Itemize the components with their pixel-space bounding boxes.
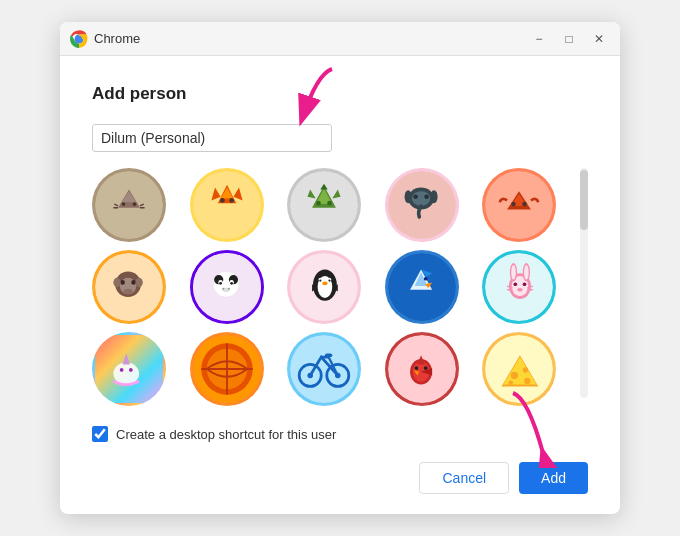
name-input-row xyxy=(92,124,588,152)
avatar-fox[interactable] xyxy=(190,168,264,242)
avatar-penguin[interactable] xyxy=(287,250,361,324)
svg-point-21 xyxy=(316,201,321,206)
svg-rect-102 xyxy=(325,353,332,357)
svg-point-31 xyxy=(404,190,411,203)
svg-point-117 xyxy=(524,378,530,384)
minimize-button[interactable]: − xyxy=(528,28,550,50)
svg-point-48 xyxy=(213,271,239,297)
svg-point-45 xyxy=(135,278,142,287)
svg-point-1 xyxy=(76,36,82,42)
cancel-button[interactable]: Cancel xyxy=(419,462,509,494)
svg-point-44 xyxy=(113,278,120,287)
svg-point-22 xyxy=(327,201,332,206)
scrollbar-thumb[interactable] xyxy=(580,170,588,230)
svg-point-91 xyxy=(129,368,133,372)
svg-point-65 xyxy=(322,281,328,285)
avatar-bird-blue[interactable] xyxy=(385,250,459,324)
svg-point-77 xyxy=(514,282,518,286)
avatar-cheese[interactable] xyxy=(482,332,556,406)
svg-point-81 xyxy=(512,265,517,280)
dialog-content: Add person xyxy=(60,56,620,514)
window-controls: − □ ✕ xyxy=(528,28,610,50)
svg-point-115 xyxy=(523,367,529,373)
avatar-basketball[interactable] xyxy=(190,332,264,406)
svg-point-56 xyxy=(222,288,224,290)
svg-point-30 xyxy=(424,194,429,199)
svg-point-36 xyxy=(512,202,517,207)
close-button[interactable]: ✕ xyxy=(588,28,610,50)
avatar-monkey[interactable] xyxy=(92,250,166,324)
svg-point-41 xyxy=(120,280,125,285)
svg-point-29 xyxy=(413,194,418,199)
svg-point-42 xyxy=(131,280,136,285)
avatar-panda[interactable] xyxy=(190,250,264,324)
avatar-dragon[interactable] xyxy=(287,168,361,242)
avatar-section xyxy=(92,168,588,406)
dialog-window: Chrome − □ ✕ Add person xyxy=(60,22,620,514)
checkbox-label[interactable]: Create a desktop shortcut for this user xyxy=(116,427,336,442)
avatar-unicorn[interactable] xyxy=(92,332,166,406)
desktop-shortcut-checkbox[interactable] xyxy=(92,426,108,442)
svg-point-57 xyxy=(227,288,229,290)
avatar-grid-wrapper xyxy=(92,168,576,406)
avatar-grid xyxy=(92,168,576,406)
svg-point-54 xyxy=(230,282,233,285)
section-heading: Add person xyxy=(92,84,588,104)
svg-marker-89 xyxy=(123,353,130,364)
avatar-rabbit[interactable] xyxy=(482,250,556,324)
svg-point-107 xyxy=(414,366,418,370)
svg-point-82 xyxy=(524,265,529,280)
svg-point-32 xyxy=(430,190,437,203)
avatar-elephant[interactable] xyxy=(385,168,459,242)
svg-point-83 xyxy=(518,288,524,292)
svg-point-6 xyxy=(133,202,137,206)
svg-point-15 xyxy=(229,198,234,203)
name-input[interactable] xyxy=(92,124,332,152)
avatar-bicycle[interactable] xyxy=(287,332,361,406)
svg-point-53 xyxy=(219,282,222,285)
avatar-cardinal[interactable] xyxy=(385,332,459,406)
svg-point-90 xyxy=(120,368,124,372)
button-area: Cancel Add xyxy=(92,458,588,494)
svg-point-37 xyxy=(523,202,528,207)
titlebar: Chrome − □ ✕ xyxy=(60,22,620,56)
chrome-logo-icon xyxy=(70,30,88,48)
button-row: Cancel Add xyxy=(92,462,588,494)
avatar-crab[interactable] xyxy=(482,168,556,242)
svg-point-64 xyxy=(329,279,331,281)
avatar-scrollbar[interactable] xyxy=(580,168,588,398)
svg-point-63 xyxy=(319,279,321,281)
svg-point-14 xyxy=(220,198,225,203)
svg-point-11 xyxy=(193,171,261,239)
window-title: Chrome xyxy=(94,31,528,46)
svg-point-88 xyxy=(113,363,139,385)
svg-point-72 xyxy=(424,277,428,281)
maximize-button[interactable]: □ xyxy=(558,28,580,50)
svg-point-116 xyxy=(509,380,514,385)
svg-point-5 xyxy=(122,202,126,206)
svg-point-78 xyxy=(523,282,527,286)
avatar-cat[interactable] xyxy=(92,168,166,242)
checkbox-row: Create a desktop shortcut for this user xyxy=(92,426,588,442)
svg-point-108 xyxy=(424,366,428,370)
svg-point-43 xyxy=(123,289,132,295)
add-button[interactable]: Add xyxy=(519,462,588,494)
svg-point-114 xyxy=(511,372,518,379)
